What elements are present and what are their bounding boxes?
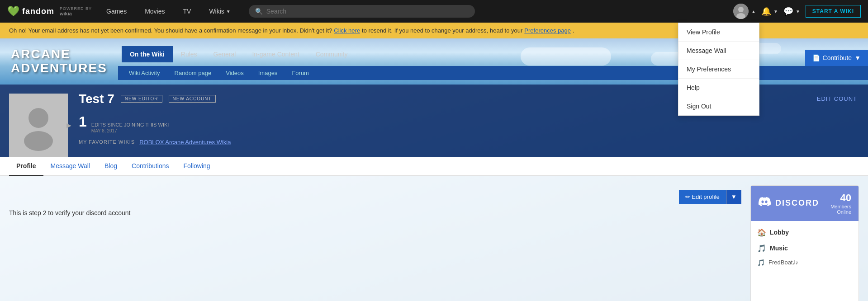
discord-left: DISCORD (758, 196, 819, 211)
msg-chevron-icon: ▼ (796, 9, 800, 14)
avatar-arrow-icon: ▶ (66, 122, 71, 129)
wikia-label: wikia (60, 11, 92, 16)
search-input[interactable] (266, 8, 469, 15)
edits-date: MAY 8, 2017 (91, 128, 169, 133)
dropdown-message-wall[interactable]: Message Wall (678, 42, 759, 60)
svg-point-5 (24, 131, 53, 151)
edit-profile-button[interactable]: ✏ Edit profile (679, 190, 726, 204)
warning-text-4: . (573, 27, 574, 34)
chevron-down-icon: ▼ (226, 9, 231, 14)
dropdown-sign-out[interactable]: Sign Out (678, 97, 759, 115)
wiki-logo-area: ARCANE ADVENTURES (0, 38, 118, 85)
contribute-page-icon: 📄 (812, 54, 820, 61)
music-name: Music (770, 245, 788, 252)
discord-username: FredBoat♩♪ (768, 259, 798, 266)
nav-right: ▲ 🔔 ▼ 💬 ▼ START A WIKI (733, 4, 861, 19)
start-wiki-button[interactable]: START A WIKI (806, 5, 861, 18)
profile-tab-profile[interactable]: Profile (9, 157, 43, 176)
edits-row: 1 EDITS SINCE JOINING THIS WIKI MAY 8, 2… (79, 113, 857, 133)
edit-profile-dropdown-button[interactable]: ▼ (726, 190, 741, 204)
user-dropdown-menu: View Profile Message Wall My Preferences… (678, 23, 759, 116)
wiki-title-line1: ARCANE (11, 47, 107, 61)
wiki-tab-in-game-content[interactable]: In-game Content (244, 46, 307, 62)
profile-tabs: Profile Message Wall Blog Contributions … (0, 157, 868, 176)
nav-movies[interactable]: Movies (141, 6, 168, 17)
edits-since-label: EDITS SINCE JOINING THIS WIKI (91, 122, 169, 127)
warning-text-1: Oh no! Your email address has not yet be… (9, 27, 332, 34)
messages-button[interactable]: 💬 ▼ (783, 6, 800, 16)
contribute-button[interactable]: 📄 Contribute ▼ (805, 50, 868, 66)
page-wrapper: 💚 fandom POWERED BY wikia Games Movies T… (0, 0, 868, 301)
nav-wikis[interactable]: Wikis ▼ (205, 6, 234, 17)
wiki-tab-on-the-wiki[interactable]: On the Wiki (122, 46, 173, 62)
warning-text-3: head to your (490, 27, 522, 34)
discord-member-count: 40 (830, 192, 851, 204)
wiki-sub-tab-forum[interactable]: Forum (285, 66, 316, 80)
wiki-tab-community[interactable]: Community (308, 46, 356, 62)
wiki-title: ARCANE ADVENTURES (11, 47, 107, 75)
nav-games[interactable]: Games (103, 6, 130, 17)
lobby-icon: 🏠 (757, 228, 766, 237)
discord-name: DISCORD (775, 198, 819, 208)
fav-wikis-label: MY FAVORITE WIKIS (79, 139, 135, 145)
warning-click-here-link[interactable]: Click here (334, 27, 360, 34)
wiki-title-line2: ADVENTURES (11, 61, 107, 75)
profile-tab-contributions[interactable]: Contributions (124, 157, 176, 176)
wiki-tab-rules[interactable]: Rules (173, 46, 205, 62)
wiki-sub-tab-activity[interactable]: Wiki Activity (122, 66, 167, 80)
edits-number: 1 (79, 113, 87, 130)
profile-tab-blog[interactable]: Blog (97, 157, 124, 176)
profile-section: ▶ Test 7 NEW EDITOR NEW ACCOUNT EDIT COU… (0, 85, 868, 301)
discord-member-label: MembersOnline (830, 204, 851, 215)
user-avatar-group[interactable]: ▲ (733, 4, 756, 19)
fandom-heart-icon: 💚 (7, 5, 19, 17)
wiki-sub-tab-images[interactable]: Images (251, 66, 285, 80)
discord-user-fredboat: 🎵 FredBoat♩♪ (751, 256, 859, 269)
fav-wiki-link[interactable]: ROBLOX Arcane Adventures Wikia (139, 139, 231, 146)
music-icon: 🎵 (757, 244, 766, 253)
dropdown-view-profile[interactable]: View Profile (678, 23, 759, 42)
wiki-sub-tab-random[interactable]: Random page (167, 66, 219, 80)
discord-widget: DISCORD 40 MembersOnline 🏠 Lobby (750, 185, 859, 301)
search-bar[interactable]: 🔍 (249, 5, 475, 18)
edit-count-button[interactable]: EDIT COUNT (817, 95, 857, 102)
fandom-logo[interactable]: 💚 fandom POWERED BY wikia (7, 5, 92, 17)
discord-channel-music[interactable]: 🎵 Music (751, 240, 859, 256)
profile-body: ✏ Edit profile ▼ This is step 2 to verif… (0, 176, 868, 301)
user-avatar-button[interactable] (733, 4, 749, 19)
wiki-tab-general[interactable]: General (205, 46, 244, 62)
dropdown-help[interactable]: Help (678, 79, 759, 97)
warning-preferences-link[interactable]: Preferences page (524, 27, 571, 34)
profile-bio-text: This is step 2 to verify your discord ac… (9, 209, 741, 216)
profile-avatar-container: ▶ (9, 94, 68, 157)
fandom-logo-text: fandom (22, 7, 54, 16)
notifications-button[interactable]: 🔔 ▼ (761, 6, 778, 16)
main-content: ▶ Test 7 NEW EDITOR NEW ACCOUNT EDIT COU… (0, 85, 868, 301)
search-icon: 🔍 (255, 8, 263, 15)
warning-text-2: to resend it. If you need to change your… (362, 27, 488, 34)
message-icon: 💬 (783, 6, 793, 16)
avatar-chevron-icon: ▲ (751, 9, 756, 14)
new-editor-badge: NEW EDITOR (121, 95, 162, 103)
discord-channel-lobby[interactable]: 🏠 Lobby (751, 225, 859, 240)
new-account-badge: NEW ACCOUNT (169, 95, 216, 103)
lobby-name: Lobby (770, 229, 789, 236)
wiki-sub-tab-videos[interactable]: Videos (218, 66, 251, 80)
discord-icon (758, 196, 771, 211)
dropdown-my-preferences[interactable]: My Preferences (678, 60, 759, 79)
profile-tab-following[interactable]: Following (176, 157, 218, 176)
profile-tab-message-wall[interactable]: Message Wall (43, 157, 97, 176)
nav-tv[interactable]: TV (180, 6, 195, 17)
discord-header: DISCORD 40 MembersOnline (751, 186, 859, 221)
edit-dropdown-chevron-icon: ▼ (731, 193, 737, 200)
powered-by-label: POWERED BY (60, 6, 92, 11)
discord-channels: 🏠 Lobby 🎵 Music 🎵 FredBoat♩♪ (751, 221, 859, 273)
bell-icon: 🔔 (761, 6, 771, 16)
svg-point-1 (738, 7, 744, 12)
user-icon: 🎵 (757, 259, 765, 266)
fav-wikis-row: MY FAVORITE WIKIS ROBLOX Arcane Adventur… (79, 139, 857, 146)
edit-profile-bar: ✏ Edit profile ▼ (9, 190, 741, 204)
edits-label-group: EDITS SINCE JOINING THIS WIKI MAY 8, 201… (91, 122, 169, 133)
contribute-chevron-icon: ▼ (854, 54, 861, 61)
profile-avatar (11, 98, 66, 152)
